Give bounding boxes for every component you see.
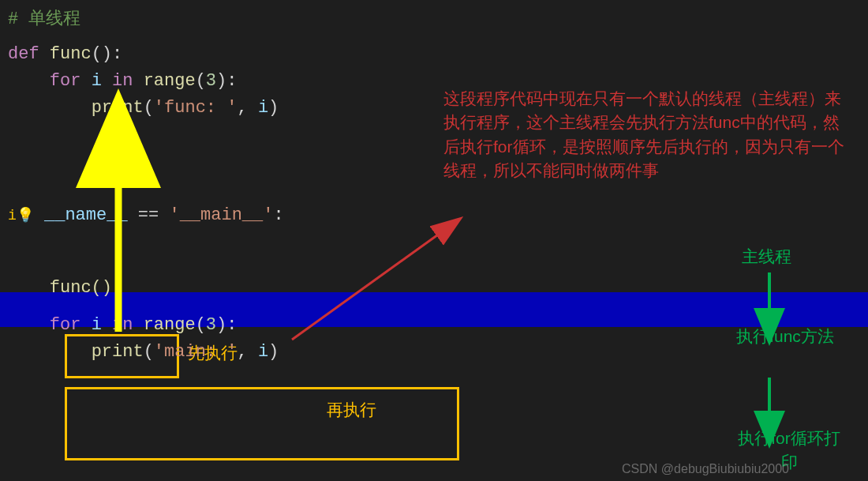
code-block: # 单线程 def func(): for i in range(3): pri… — [8, 6, 284, 366]
flow-main-thread: 主线程 — [742, 245, 791, 269]
flow-exec-func: 执行func方法 — [730, 325, 840, 348]
watermark: CSDN @debugBiubiubiu2000 — [622, 462, 789, 476]
box-for-loop — [65, 387, 459, 460]
lightbulb-icon: i💡 — [8, 208, 34, 224]
explanation-red: 这段程序代码中现在只有一个默认的线程（主线程）来执行程序，这个主线程会先执行方法… — [443, 87, 846, 183]
comment-line: # 单线程 — [8, 9, 80, 29]
func-call: func() — [50, 278, 112, 298]
